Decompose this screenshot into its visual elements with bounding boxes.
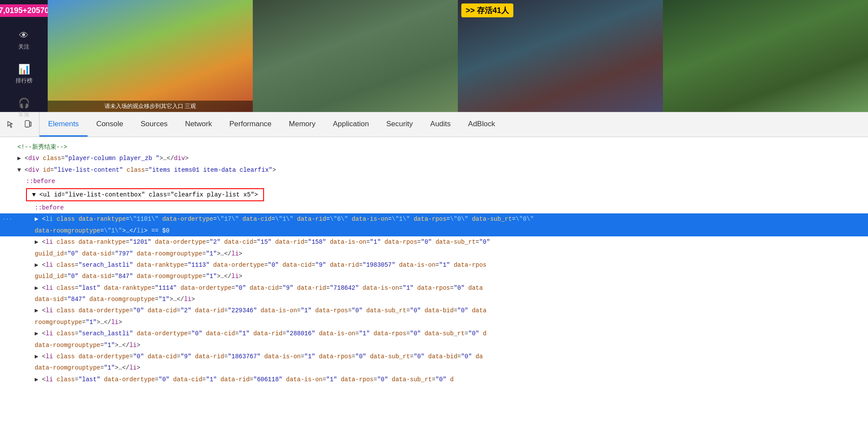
thumbnail-1[interactable]: 请未入场的观众移步到其它入口 三观 xyxy=(48,0,253,112)
tab-network[interactable]: Network xyxy=(176,112,221,137)
tab-memory[interactable]: Memory xyxy=(280,112,324,137)
tab-audits[interactable]: Audits xyxy=(421,112,459,137)
sidebar-follow-label: 关注 xyxy=(18,43,29,51)
thumbnails-row: 请未入场的观众移步到其它入口 三观 >> 存活41人 xyxy=(48,0,868,112)
sidebar: 27,0195+205701 👁 关注 📊 排行榜 🎧 客服 xyxy=(0,0,48,112)
sidebar-ranking-label: 排行榜 xyxy=(16,77,33,85)
tab-sources[interactable]: Sources xyxy=(132,112,176,137)
device-mode-button[interactable] xyxy=(22,118,35,131)
svg-rect-2 xyxy=(30,122,31,126)
svg-rect-0 xyxy=(25,121,29,127)
dom-line-player-div[interactable]: ▶ <div class="player-column player_zb ">… xyxy=(0,153,868,164)
dom-line-li-4[interactable]: ▶ <li class="last" data-ranktype="1114" … xyxy=(0,282,868,294)
dom-line-comment[interactable]: <!--新秀结束--> xyxy=(0,141,868,153)
browser-top-area: 27,0195+205701 👁 关注 📊 排行榜 🎧 客服 请未入场的观众移步… xyxy=(0,0,868,112)
thumbnail-2[interactable] xyxy=(253,0,458,112)
sidebar-support-label: 客服 xyxy=(18,111,29,118)
dom-line-li-1-cont[interactable]: data-roomgrouptype=\"1\">…</li> == $0 xyxy=(0,225,868,236)
sidebar-item-follow[interactable]: 👁 关注 xyxy=(18,30,29,51)
dom-line-li-3[interactable]: ▶ <li class="serach_lastli" data-ranktyp… xyxy=(0,259,868,271)
thumbnail-3[interactable]: >> 存活41人 xyxy=(458,0,663,112)
dom-panel: <!--新秀结束--> ▶ <div class="player-column … xyxy=(0,137,868,432)
dom-line-li-2-cont[interactable]: guild_id="0" data-sid="797" data-roomgro… xyxy=(0,248,868,259)
dom-line-li-1[interactable]: ... ▶ <li class data-ranktype=\"1101\" d… xyxy=(0,213,868,225)
dom-line-li-8[interactable]: ▶ <li class="last" data-ordertype="0" da… xyxy=(0,374,868,385)
sidebar-item-ranking[interactable]: 📊 排行榜 xyxy=(16,64,33,85)
thumbnail-4[interactable] xyxy=(663,0,868,112)
dom-line-before-1: ::before xyxy=(0,176,868,187)
dom-line-li-6[interactable]: ▶ <li class="serach_lastli" data-orderty… xyxy=(0,328,868,339)
tab-elements[interactable]: Elements xyxy=(39,112,88,137)
tab-security[interactable]: Security xyxy=(378,112,421,137)
dom-line-li-7-cont[interactable]: data-roomgrouptype="1">…</li> xyxy=(0,362,868,373)
dom-line-live-list-content[interactable]: ▼ <div id="live-list-content" class="ite… xyxy=(0,164,868,176)
dom-line-before-2: ::before xyxy=(0,202,868,213)
dom-line-ul-boxed[interactable]: ▼ <ul id="live-list-contentbox" class="c… xyxy=(0,187,868,202)
dom-line-li-4-cont[interactable]: data-sid="847" data-roomgrouptype="1">…<… xyxy=(0,294,868,305)
dom-line-li-5[interactable]: ▶ <li class data-ordertype="0" data-cid=… xyxy=(0,305,868,316)
thumb-1-text: 请未入场的观众移步到其它入口 三观 xyxy=(48,101,253,112)
tab-performance[interactable]: Performance xyxy=(221,112,280,137)
sidebar-item-support[interactable]: 🎧 客服 xyxy=(18,98,30,118)
dom-line-li-2[interactable]: ▶ <li class data-ranktype="1201" data-or… xyxy=(0,236,868,248)
dom-line-li-3-cont[interactable]: guild_id="0" data-sid="847" data-roomgro… xyxy=(0,271,868,282)
inspect-element-button[interactable] xyxy=(4,118,17,131)
devtools-tabs: Elements Console Sources Network Perform… xyxy=(39,112,868,137)
dom-line-li-5-cont[interactable]: roomgrouptype="1">…</li> xyxy=(0,317,868,328)
svg-rect-1 xyxy=(26,127,28,128)
dom-line-li-6-cont[interactable]: data-roomgrouptype="1">…</li> xyxy=(0,340,868,351)
tab-console[interactable]: Console xyxy=(88,112,132,137)
thumb-3-badge: >> 存活41人 xyxy=(461,3,513,17)
dom-line-li-7[interactable]: ▶ <li class data-ordertype="0" data-cid=… xyxy=(0,351,868,362)
tab-application[interactable]: Application xyxy=(324,112,378,137)
tab-adblock[interactable]: AdBlock xyxy=(460,112,504,137)
devtools-toolbar: Elements Console Sources Network Perform… xyxy=(0,112,868,137)
